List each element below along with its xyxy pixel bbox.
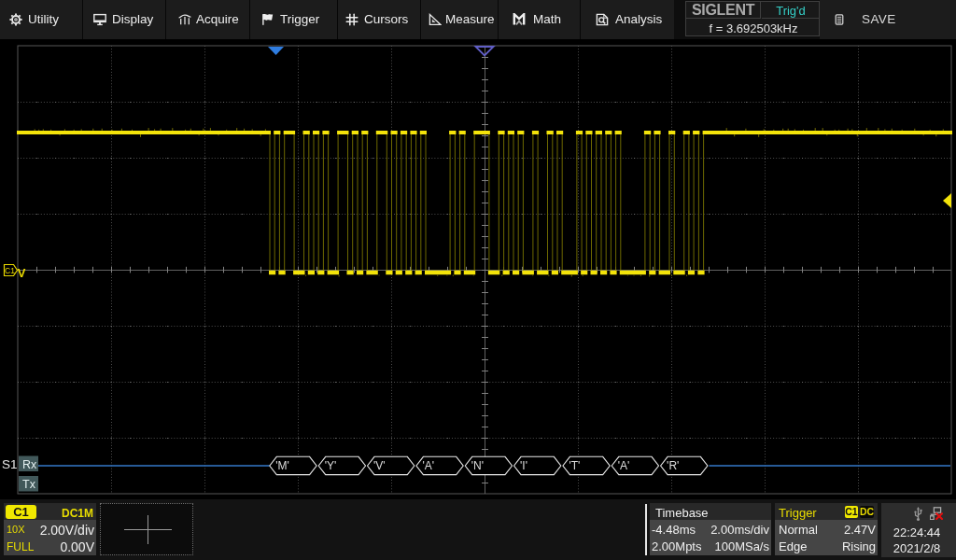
svg-text:'A': 'A'	[422, 459, 434, 472]
svg-text:'M': 'M'	[275, 459, 289, 472]
svg-text:'A': 'A'	[618, 459, 630, 472]
svg-text:'T': 'T'	[569, 459, 580, 472]
svg-text:V: V	[18, 266, 26, 280]
svg-text:'N': 'N'	[471, 459, 484, 472]
svg-text:'I': 'I'	[520, 459, 527, 472]
svg-text:C1: C1	[5, 266, 15, 275]
svg-text:'Y': 'Y'	[325, 459, 337, 472]
svg-text:S1: S1	[2, 457, 18, 471]
svg-text:'R': 'R'	[667, 459, 679, 472]
svg-text:Tx: Tx	[22, 478, 36, 491]
svg-text:Rx: Rx	[22, 458, 37, 471]
svg-text:'V': 'V'	[373, 459, 386, 472]
